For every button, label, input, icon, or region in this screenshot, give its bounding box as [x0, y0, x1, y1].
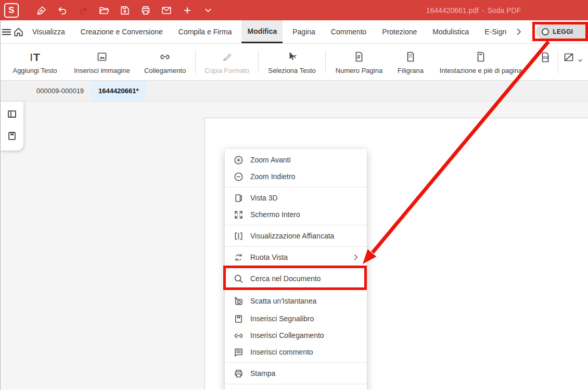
fullscreen-icon	[233, 209, 244, 220]
submenu-chevron-icon	[352, 254, 360, 261]
insert-image-label: Inserisci immagine	[74, 67, 130, 74]
hamburger-menu-icon[interactable]	[1, 20, 12, 43]
pen-tool-icon[interactable]	[31, 0, 52, 20]
select-text-button[interactable]: T Seleziona Testo	[259, 44, 325, 80]
read-mode-button[interactable]: LEGGI	[536, 24, 588, 39]
plus-glyph: +	[184, 4, 191, 17]
tab-commento[interactable]: Commento	[325, 20, 372, 43]
menu-item-label: Schermo Intero	[250, 210, 367, 219]
page-number-label: Numero Pagina	[336, 67, 382, 74]
bookmarks-panel-icon[interactable]	[5, 129, 19, 143]
document-canvas: Zoom Avanti Zoom Indietro Vista 3D Scher…	[1, 102, 588, 389]
comment-icon	[233, 346, 244, 358]
tab-modifica[interactable]: Modifica	[241, 20, 283, 43]
window-title-document: 1644420661.pdf	[426, 6, 479, 15]
properties-icon	[233, 389, 244, 389]
menu-divider	[225, 362, 367, 363]
bookmark-icon	[233, 313, 244, 324]
bates-numbering-button[interactable]: 010	[533, 44, 558, 80]
menu-item-proprieta[interactable]: Proprietà	[225, 386, 367, 389]
page-number-button[interactable]: # Numero Pagina	[326, 44, 392, 80]
menu-item-scatta-un-istantanea[interactable]: Scatta un'Istantanea	[225, 292, 367, 310]
tab-modulistica[interactable]: Modulistica	[427, 20, 475, 43]
menu-divider	[225, 225, 367, 225]
bates-numbering-icon: 010	[539, 50, 552, 64]
format-painter-icon	[221, 49, 233, 63]
menu-divider	[225, 268, 367, 268]
home-icon[interactable]	[12, 20, 24, 43]
tab-creazione-e-conversione[interactable]: Creazione e Conversione	[75, 20, 169, 43]
soda-pdf-logo: S	[4, 3, 19, 18]
menu-item-label: Inserisci commento	[250, 348, 367, 356]
chevron-down-icon[interactable]	[198, 0, 219, 20]
whiteout-button[interactable]	[558, 44, 587, 80]
menu-item-vista-3d[interactable]: Vista 3D	[225, 190, 367, 206]
menu-item-zoom-avanti[interactable]: Zoom Avanti	[225, 152, 367, 168]
svg-text:#: #	[357, 54, 360, 60]
watermark-label: Filigrana	[398, 67, 424, 74]
menu-item-schermo-intero[interactable]: Schermo Intero	[225, 206, 367, 223]
tab-protezione[interactable]: Protezione	[376, 20, 423, 43]
panel-toggle-icon[interactable]	[5, 107, 19, 121]
header-footer-icon	[475, 49, 487, 63]
format-painter-button: Copia Formato	[196, 44, 258, 80]
logo-letter: S	[8, 5, 14, 16]
rotate-view-icon	[233, 251, 244, 263]
document-tab-strip: 000009-000019 1644420661*	[1, 81, 588, 102]
menu-divider	[225, 246, 367, 247]
print-icon[interactable]	[135, 0, 156, 20]
side-by-side-icon	[233, 230, 244, 242]
menu-item-inserisci-collegamento[interactable]: Inserisci Collegamento	[225, 327, 367, 344]
menu-item-inserisci-commento[interactable]: Inserisci commento	[225, 344, 367, 360]
menu-divider	[225, 384, 367, 384]
new-tab-icon[interactable]: +	[177, 0, 198, 20]
ribbon-menu-bar: Visualizza Creazione e Conversione Compi…	[1, 20, 588, 44]
insert-image-button[interactable]: Inserisci immagine	[69, 44, 135, 80]
document-tab-active[interactable]: 1644420661*	[91, 81, 146, 101]
insert-image-icon	[96, 49, 108, 63]
svg-text:010: 010	[543, 56, 549, 59]
link-label: Collegamento	[144, 67, 186, 74]
menu-divider	[225, 289, 367, 290]
add-text-button[interactable]: IT Aggiungi Testo	[1, 44, 69, 80]
menu-item-ruota-vista[interactable]: Ruota Vista	[225, 249, 367, 266]
menu-item-inserisci-segnalibro[interactable]: Inserisci Segnalibro	[225, 310, 367, 327]
save-icon[interactable]	[114, 0, 135, 20]
mail-icon[interactable]	[156, 0, 177, 20]
watermark-button[interactable]: Filigrana	[392, 44, 429, 80]
menu-item-label: Visualizzazione Affiancata	[250, 232, 367, 240]
tab-visualizza[interactable]: Visualizza	[27, 20, 71, 43]
undo-icon[interactable]	[52, 0, 73, 20]
link-icon	[159, 49, 171, 63]
read-mode-label: LEGGI	[553, 28, 573, 35]
document-tab-inactive[interactable]: 000009-000019	[29, 81, 91, 101]
menu-item-zoom-indietro[interactable]: Zoom Indietro	[225, 168, 367, 185]
page-number-icon: #	[353, 49, 365, 63]
menu-item-stampa[interactable]: Stampa	[225, 365, 367, 382]
menu-overflow-chevron-icon[interactable]	[514, 20, 523, 43]
window-title-separator: -	[482, 6, 484, 15]
whiteout-dropdown-chevron-icon	[577, 57, 583, 64]
menu-item-label: Inserisci Collegamento	[250, 331, 367, 339]
add-text-label: Aggiungi Testo	[12, 67, 57, 74]
tab-pagina[interactable]: Pagina	[287, 20, 321, 43]
menu-item-cerca-nel-documento[interactable]: Cerca nel Documento	[225, 270, 367, 287]
menu-item-label: Cerca nel Documento	[250, 274, 367, 283]
menu-item-label: Zoom Avanti	[250, 156, 367, 164]
zoom-out-icon	[233, 171, 244, 182]
tab-e-sign[interactable]: E-Sign	[479, 20, 512, 43]
whiteout-icon	[563, 50, 583, 64]
menu-item-visualizzazione-affiancata[interactable]: Visualizzazione Affiancata	[225, 228, 367, 244]
vista-3d-icon	[233, 192, 244, 204]
menu-item-label: Zoom Indietro	[250, 172, 367, 181]
redo-icon	[73, 0, 94, 20]
tab-compila-e-firma[interactable]: Compila e Firma	[173, 20, 238, 43]
link-button[interactable]: Collegamento	[135, 44, 195, 80]
modifica-toolbar: IT Aggiungi Testo Inserisci immagine Col…	[1, 44, 588, 81]
open-file-icon[interactable]	[94, 0, 114, 20]
zoom-in-icon	[233, 154, 244, 166]
header-footer-button[interactable]: Intestazione e piè di pagina	[429, 44, 533, 80]
select-text-icon: T	[286, 49, 298, 63]
window-title-app: Soda PDF	[488, 6, 521, 15]
snapshot-icon	[233, 295, 244, 307]
